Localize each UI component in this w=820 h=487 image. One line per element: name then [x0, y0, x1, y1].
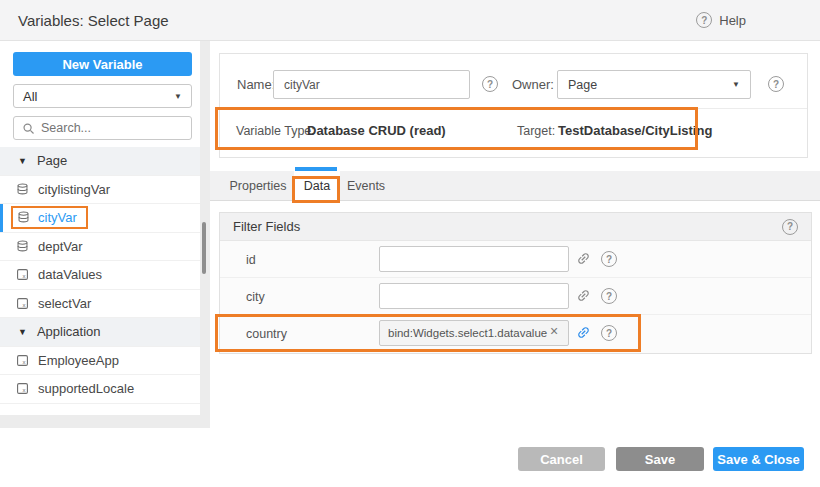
- chevron-down-icon: ▼: [18, 156, 27, 166]
- sidebar-item-supportedlocale[interactable]: x supportedLocale: [0, 375, 200, 404]
- tab-events[interactable]: Events: [340, 171, 392, 200]
- svg-text:x: x: [23, 273, 26, 279]
- variables-sidebar: New Variable All ▼ ▼ Page citylistingVar: [0, 41, 200, 415]
- search-box: [13, 116, 192, 140]
- field-label: city: [246, 290, 265, 304]
- sidebar-item-deptvar[interactable]: deptVar: [0, 233, 200, 262]
- tab-bar: Properties Data Events: [210, 171, 820, 201]
- sidebar-item-datavalues[interactable]: x dataValues: [0, 261, 200, 290]
- variable-type-value: Database CRUD (read): [307, 123, 446, 138]
- filter-fields-help-icon[interactable]: ?: [782, 219, 798, 235]
- target-value: TestDatabase/CityListing: [558, 123, 712, 138]
- filter-row-country: country × ?: [220, 315, 811, 352]
- name-help-icon[interactable]: ?: [482, 76, 498, 92]
- owner-value: Page: [568, 78, 597, 92]
- model-variable-icon: x: [16, 382, 29, 395]
- tree-group-label: Page: [37, 153, 67, 168]
- dialog-header: Variables: Select Page ? Help: [0, 0, 820, 41]
- svg-text:x: x: [23, 359, 26, 365]
- help-label: Help: [719, 13, 746, 28]
- sidebar-item-selectvar[interactable]: x selectVar: [0, 290, 200, 319]
- variable-filter-value: All: [23, 89, 37, 104]
- sidebar-item-cityvar[interactable]: cityVar: [0, 204, 200, 233]
- svg-text:x: x: [23, 302, 26, 308]
- sidebar-item-employeeapp[interactable]: x EmployeeApp: [0, 347, 200, 376]
- owner-select[interactable]: Page ▼: [557, 70, 751, 99]
- model-variable-icon: x: [16, 297, 29, 310]
- variable-type-label: Variable Type:: [236, 124, 315, 138]
- target-label: Target:: [517, 124, 555, 138]
- help-link[interactable]: ? Help: [696, 12, 746, 28]
- tree-group-page[interactable]: ▼ Page: [0, 147, 200, 176]
- field-help-icon[interactable]: ?: [601, 251, 617, 267]
- page-title: Variables: Select Page: [18, 12, 169, 29]
- filter-fields-panel: Filter Fields ? id ? city ? country ×: [219, 212, 812, 354]
- bind-link-icon[interactable]: [576, 288, 591, 303]
- item-label: EmployeeApp: [38, 353, 119, 368]
- item-label: supportedLocale: [38, 381, 134, 396]
- id-field[interactable]: [379, 246, 569, 272]
- filter-fields-header: Filter Fields ?: [220, 213, 811, 241]
- highlight-box-cityvar: cityVar: [11, 206, 88, 229]
- cancel-button[interactable]: Cancel: [518, 447, 605, 471]
- variables-dialog: Variables: Select Page ? Help New Variab…: [0, 0, 820, 487]
- field-help-icon[interactable]: ?: [601, 288, 617, 304]
- save-button[interactable]: Save: [616, 447, 704, 471]
- active-tab-indicator: [295, 167, 337, 171]
- owner-label: Owner: *: [512, 77, 563, 92]
- search-icon: [22, 122, 35, 135]
- chevron-down-icon: ▼: [18, 327, 27, 337]
- item-label: cityVar: [38, 210, 77, 225]
- tree-group-label: Application: [37, 324, 101, 339]
- sidebar-scrollbar-track: [200, 41, 210, 428]
- bind-link-icon[interactable]: [576, 251, 591, 266]
- item-label: selectVar: [38, 296, 91, 311]
- item-label: deptVar: [38, 239, 83, 254]
- variable-type-row: Variable Type: Database CRUD (read) Targ…: [220, 108, 807, 158]
- help-icon: ?: [696, 12, 712, 28]
- sidebar-scrollbar-thumb[interactable]: [202, 222, 206, 274]
- city-field[interactable]: [379, 283, 569, 309]
- item-label: citylistingVar: [38, 182, 110, 197]
- database-variable-icon: [16, 183, 29, 196]
- save-and-close-button[interactable]: Save & Close: [713, 447, 804, 471]
- field-help-icon[interactable]: ?: [601, 325, 617, 341]
- clear-binding-icon[interactable]: ×: [550, 324, 558, 338]
- variables-tree: ▼ Page citylistingVar cityVar: [0, 147, 200, 404]
- chevron-down-icon: ▼: [174, 92, 182, 101]
- variable-filter-select[interactable]: All ▼: [13, 84, 192, 108]
- filter-row-city: city ?: [220, 278, 811, 315]
- svg-text:x: x: [23, 387, 26, 393]
- filter-fields-title: Filter Fields: [233, 219, 300, 234]
- search-input[interactable]: [41, 121, 183, 135]
- tree-group-application[interactable]: ▼ Application: [0, 318, 200, 347]
- new-variable-button[interactable]: New Variable: [13, 52, 192, 76]
- database-variable-icon: [16, 240, 29, 253]
- bind-link-icon-active[interactable]: [576, 325, 591, 340]
- field-label: country: [246, 327, 287, 341]
- variable-form-card: Name: * ? Owner: * Page ▼ ? Variable Typ…: [219, 53, 808, 158]
- owner-help-icon[interactable]: ?: [768, 76, 784, 92]
- sidebar-item-citylistingvar[interactable]: citylistingVar: [0, 176, 200, 205]
- filter-row-id: id ?: [220, 241, 811, 278]
- item-label: dataValues: [38, 267, 102, 282]
- database-variable-icon: [17, 211, 30, 224]
- name-field[interactable]: [273, 70, 470, 99]
- country-field[interactable]: [379, 320, 569, 346]
- field-label: id: [246, 253, 256, 267]
- sidebar-bottom-scroll-track: [0, 415, 200, 428]
- tab-data[interactable]: Data: [294, 171, 340, 201]
- model-variable-icon: x: [16, 354, 29, 367]
- chevron-down-icon: ▼: [732, 80, 740, 89]
- model-variable-icon: x: [16, 268, 29, 281]
- tab-properties[interactable]: Properties: [222, 171, 294, 200]
